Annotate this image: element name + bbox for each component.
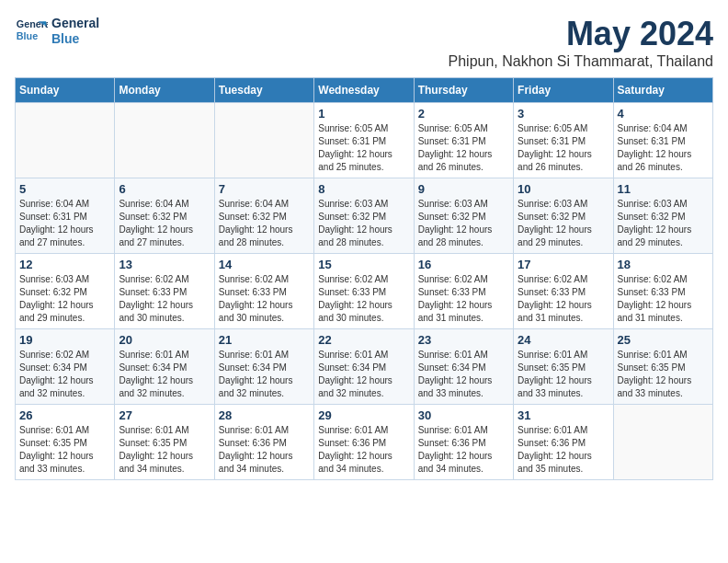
day-number: 18 bbox=[618, 258, 709, 271]
day-cell: 6Sunrise: 6:04 AM Sunset: 6:32 PM Daylig… bbox=[115, 178, 214, 254]
day-info: Sunrise: 6:04 AM Sunset: 6:32 PM Dayligh… bbox=[119, 198, 210, 249]
day-cell: 16Sunrise: 6:02 AM Sunset: 6:33 PM Dayli… bbox=[414, 254, 513, 329]
week-row-1: 1Sunrise: 6:05 AM Sunset: 6:31 PM Daylig… bbox=[16, 103, 713, 178]
day-number: 17 bbox=[518, 258, 609, 271]
day-number: 12 bbox=[19, 258, 110, 271]
day-cell: 17Sunrise: 6:02 AM Sunset: 6:33 PM Dayli… bbox=[514, 254, 613, 329]
logo: General Blue General Blue bbox=[15, 15, 99, 48]
day-number: 16 bbox=[418, 258, 509, 271]
day-info: Sunrise: 6:01 AM Sunset: 6:35 PM Dayligh… bbox=[618, 349, 709, 400]
day-info: Sunrise: 6:03 AM Sunset: 6:32 PM Dayligh… bbox=[418, 198, 509, 249]
header-monday: Monday bbox=[115, 78, 214, 103]
day-cell: 7Sunrise: 6:04 AM Sunset: 6:32 PM Daylig… bbox=[214, 178, 313, 254]
day-info: Sunrise: 6:05 AM Sunset: 6:31 PM Dayligh… bbox=[518, 122, 609, 174]
svg-text:Blue: Blue bbox=[17, 30, 38, 41]
day-info: Sunrise: 6:04 AM Sunset: 6:32 PM Dayligh… bbox=[219, 198, 310, 249]
day-info: Sunrise: 6:01 AM Sunset: 6:36 PM Dayligh… bbox=[318, 424, 409, 476]
page-header: General Blue General Blue May 2024 Phipu… bbox=[15, 15, 713, 70]
day-info: Sunrise: 6:01 AM Sunset: 6:36 PM Dayligh… bbox=[418, 424, 509, 476]
day-number: 3 bbox=[518, 107, 609, 121]
day-cell: 31Sunrise: 6:01 AM Sunset: 6:36 PM Dayli… bbox=[514, 405, 613, 480]
header-sunday: Sunday bbox=[16, 78, 115, 103]
day-number: 30 bbox=[418, 408, 509, 422]
day-cell: 4Sunrise: 6:04 AM Sunset: 6:31 PM Daylig… bbox=[613, 103, 712, 178]
day-info: Sunrise: 6:01 AM Sunset: 6:35 PM Dayligh… bbox=[518, 349, 609, 400]
day-number: 15 bbox=[318, 258, 409, 271]
calendar-header-row: SundayMondayTuesdayWednesdayThursdayFrid… bbox=[16, 78, 713, 103]
day-number: 26 bbox=[19, 408, 110, 422]
header-wednesday: Wednesday bbox=[314, 78, 414, 103]
day-number: 28 bbox=[219, 408, 310, 422]
day-info: Sunrise: 6:01 AM Sunset: 6:35 PM Dayligh… bbox=[19, 424, 110, 476]
header-saturday: Saturday bbox=[613, 78, 712, 103]
day-info: Sunrise: 6:05 AM Sunset: 6:31 PM Dayligh… bbox=[318, 122, 409, 174]
logo-text-blue: Blue bbox=[51, 31, 99, 47]
day-number: 2 bbox=[418, 107, 509, 121]
day-number: 21 bbox=[219, 333, 310, 347]
day-cell: 25Sunrise: 6:01 AM Sunset: 6:35 PM Dayli… bbox=[613, 329, 712, 405]
day-cell: 10Sunrise: 6:03 AM Sunset: 6:32 PM Dayli… bbox=[514, 178, 613, 254]
day-info: Sunrise: 6:01 AM Sunset: 6:35 PM Dayligh… bbox=[119, 424, 210, 476]
day-cell: 20Sunrise: 6:01 AM Sunset: 6:34 PM Dayli… bbox=[115, 329, 214, 405]
day-number: 31 bbox=[518, 408, 609, 422]
day-info: Sunrise: 6:02 AM Sunset: 6:33 PM Dayligh… bbox=[318, 273, 409, 325]
day-cell: 15Sunrise: 6:02 AM Sunset: 6:33 PM Dayli… bbox=[314, 254, 414, 329]
day-cell bbox=[214, 103, 313, 178]
day-cell: 14Sunrise: 6:02 AM Sunset: 6:33 PM Dayli… bbox=[214, 254, 313, 329]
day-cell: 21Sunrise: 6:01 AM Sunset: 6:34 PM Dayli… bbox=[214, 329, 313, 405]
day-cell: 3Sunrise: 6:05 AM Sunset: 6:31 PM Daylig… bbox=[514, 103, 613, 178]
day-cell: 24Sunrise: 6:01 AM Sunset: 6:35 PM Dayli… bbox=[514, 329, 613, 405]
day-number: 29 bbox=[318, 408, 409, 422]
header-friday: Friday bbox=[514, 78, 613, 103]
day-number: 24 bbox=[518, 333, 609, 347]
header-thursday: Thursday bbox=[414, 78, 513, 103]
day-number: 19 bbox=[19, 333, 110, 347]
day-info: Sunrise: 6:02 AM Sunset: 6:33 PM Dayligh… bbox=[219, 273, 310, 325]
day-info: Sunrise: 6:01 AM Sunset: 6:36 PM Dayligh… bbox=[219, 424, 310, 476]
day-number: 8 bbox=[318, 182, 409, 196]
day-cell: 12Sunrise: 6:03 AM Sunset: 6:32 PM Dayli… bbox=[16, 254, 115, 329]
week-row-5: 26Sunrise: 6:01 AM Sunset: 6:35 PM Dayli… bbox=[16, 405, 713, 480]
day-cell: 9Sunrise: 6:03 AM Sunset: 6:32 PM Daylig… bbox=[414, 178, 513, 254]
day-info: Sunrise: 6:03 AM Sunset: 6:32 PM Dayligh… bbox=[19, 273, 110, 325]
day-number: 25 bbox=[618, 333, 709, 347]
day-number: 10 bbox=[518, 182, 609, 196]
logo-text-general: General bbox=[51, 16, 99, 31]
day-cell: 30Sunrise: 6:01 AM Sunset: 6:36 PM Dayli… bbox=[414, 405, 513, 480]
day-info: Sunrise: 6:01 AM Sunset: 6:34 PM Dayligh… bbox=[119, 349, 210, 400]
day-cell: 1Sunrise: 6:05 AM Sunset: 6:31 PM Daylig… bbox=[314, 103, 414, 178]
subtitle: Phipun, Nakhon Si Thammarat, Thailand bbox=[449, 53, 713, 70]
day-number: 7 bbox=[219, 182, 310, 196]
week-row-2: 5Sunrise: 6:04 AM Sunset: 6:31 PM Daylig… bbox=[16, 178, 713, 254]
day-number: 9 bbox=[418, 182, 509, 196]
day-info: Sunrise: 6:02 AM Sunset: 6:33 PM Dayligh… bbox=[418, 273, 509, 325]
day-number: 22 bbox=[318, 333, 409, 347]
day-info: Sunrise: 6:02 AM Sunset: 6:33 PM Dayligh… bbox=[119, 273, 210, 325]
day-cell: 19Sunrise: 6:02 AM Sunset: 6:34 PM Dayli… bbox=[16, 329, 115, 405]
day-info: Sunrise: 6:01 AM Sunset: 6:34 PM Dayligh… bbox=[219, 349, 310, 400]
day-info: Sunrise: 6:03 AM Sunset: 6:32 PM Dayligh… bbox=[618, 198, 709, 249]
day-cell: 13Sunrise: 6:02 AM Sunset: 6:33 PM Dayli… bbox=[115, 254, 214, 329]
day-cell: 11Sunrise: 6:03 AM Sunset: 6:32 PM Dayli… bbox=[613, 178, 712, 254]
day-info: Sunrise: 6:01 AM Sunset: 6:36 PM Dayligh… bbox=[518, 424, 609, 476]
day-info: Sunrise: 6:02 AM Sunset: 6:33 PM Dayligh… bbox=[618, 273, 709, 325]
day-number: 27 bbox=[119, 408, 210, 422]
day-number: 14 bbox=[219, 258, 310, 271]
header-tuesday: Tuesday bbox=[214, 78, 313, 103]
calendar-table: SundayMondayTuesdayWednesdayThursdayFrid… bbox=[15, 77, 713, 480]
day-number: 23 bbox=[418, 333, 509, 347]
week-row-4: 19Sunrise: 6:02 AM Sunset: 6:34 PM Dayli… bbox=[16, 329, 713, 405]
day-cell: 23Sunrise: 6:01 AM Sunset: 6:34 PM Dayli… bbox=[414, 329, 513, 405]
day-info: Sunrise: 6:01 AM Sunset: 6:34 PM Dayligh… bbox=[418, 349, 509, 400]
day-info: Sunrise: 6:04 AM Sunset: 6:31 PM Dayligh… bbox=[19, 198, 110, 249]
main-title: May 2024 bbox=[449, 15, 713, 53]
day-cell: 22Sunrise: 6:01 AM Sunset: 6:34 PM Dayli… bbox=[314, 329, 414, 405]
day-number: 1 bbox=[318, 107, 409, 121]
day-cell: 28Sunrise: 6:01 AM Sunset: 6:36 PM Dayli… bbox=[214, 405, 313, 480]
day-info: Sunrise: 6:04 AM Sunset: 6:31 PM Dayligh… bbox=[618, 122, 709, 174]
day-cell: 29Sunrise: 6:01 AM Sunset: 6:36 PM Dayli… bbox=[314, 405, 414, 480]
day-cell: 8Sunrise: 6:03 AM Sunset: 6:32 PM Daylig… bbox=[314, 178, 414, 254]
day-info: Sunrise: 6:01 AM Sunset: 6:34 PM Dayligh… bbox=[318, 349, 409, 400]
day-info: Sunrise: 6:02 AM Sunset: 6:34 PM Dayligh… bbox=[19, 349, 110, 400]
day-cell bbox=[613, 405, 712, 480]
